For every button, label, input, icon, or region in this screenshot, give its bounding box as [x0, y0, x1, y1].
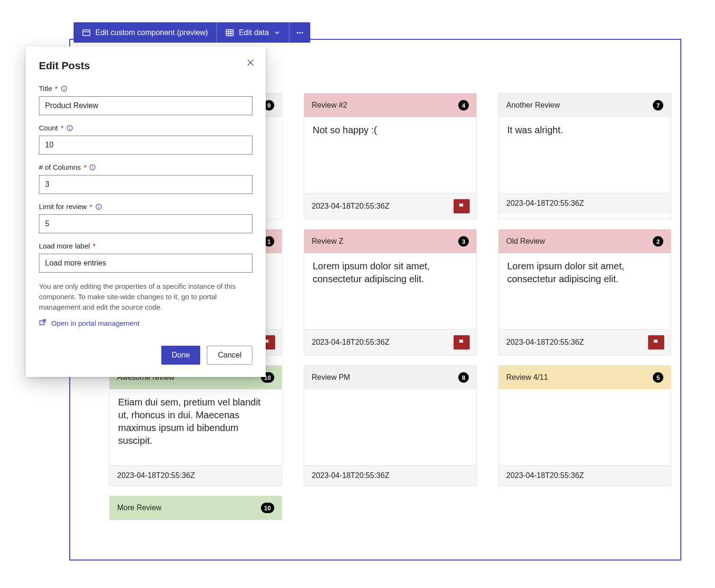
svg-point-8: [299, 32, 300, 33]
svg-point-23: [98, 205, 99, 206]
table-icon: [225, 28, 234, 37]
review-card: Review 4/1152023-04-18T20:55:36Z: [498, 365, 671, 486]
review-card: Awesome review10Etiam dui sem, pretium v…: [109, 365, 282, 486]
card-title: Review PM: [312, 373, 350, 382]
panel-actions: Done Cancel: [39, 346, 252, 365]
card-footer: 2023-04-18T20:55:36Z: [499, 329, 671, 355]
card-date: 2023-04-18T20:55:36Z: [312, 471, 390, 480]
svg-point-14: [64, 87, 65, 88]
info-icon[interactable]: [66, 125, 73, 131]
label-text: # of Columns: [39, 163, 81, 171]
open-portal-management-link[interactable]: Open in portal management: [39, 319, 252, 328]
review-card: Old Review2Lorem ipsum dolor sit amet, c…: [498, 229, 671, 356]
card-body: Not so happy :(: [304, 117, 476, 193]
required-asterisk: *: [55, 84, 58, 92]
field-count: Count *: [39, 124, 252, 155]
close-icon: [246, 61, 255, 69]
edit-data-button[interactable]: Edit data: [217, 22, 288, 43]
label-text: Limit for review: [39, 202, 87, 211]
field-label: Load more label *: [39, 242, 252, 250]
card-badge: 5: [653, 372, 663, 383]
card-date: 2023-04-18T20:55:36Z: [312, 202, 390, 211]
panel-close-button[interactable]: [246, 58, 255, 69]
flag-icon[interactable]: [454, 199, 470, 213]
open-external-icon: [39, 319, 46, 328]
card-date: 2023-04-18T20:55:36Z: [506, 471, 584, 480]
required-asterisk: *: [84, 163, 86, 171]
card-badge: 2: [653, 236, 663, 247]
card-badge: 8: [458, 372, 469, 383]
svg-point-20: [92, 165, 93, 166]
svg-rect-0: [83, 30, 90, 36]
label-text: Title: [39, 84, 52, 92]
card-title: Review 4/11: [506, 373, 548, 382]
card-header: Another Review7: [499, 93, 671, 117]
info-icon[interactable]: [89, 164, 96, 171]
edit-component-label: Edit custom component (preview): [95, 28, 208, 37]
card-footer: 2023-04-18T20:55:36Z: [110, 465, 282, 486]
svg-rect-2: [226, 29, 233, 36]
panel-heading: Edit Posts: [39, 60, 252, 72]
card-body: [499, 389, 671, 465]
card-header: Review 4/115: [499, 366, 671, 389]
label-text: Count: [39, 124, 58, 132]
field-title: Title *: [39, 84, 252, 115]
card-badge: 10: [261, 503, 274, 513]
required-asterisk: *: [61, 124, 64, 132]
field-label: Count *: [39, 124, 252, 132]
label-text: Load more label: [39, 242, 90, 250]
card-date: 2023-04-18T20:55:36Z: [117, 471, 195, 480]
card-body: Lorem ipsum dolor sit amet, consectetur …: [499, 253, 671, 329]
cancel-button[interactable]: Cancel: [207, 346, 252, 365]
card-header: Old Review2: [499, 230, 671, 253]
review-card: Review Z3Lorem ipsum dolor sit amet, con…: [304, 229, 477, 356]
info-icon[interactable]: [95, 203, 102, 210]
review-card: Review PM82023-04-18T20:55:36Z: [304, 365, 477, 486]
card-title: More Review: [117, 504, 161, 512]
flag-icon[interactable]: [454, 335, 470, 349]
svg-rect-24: [40, 321, 44, 325]
flag-icon[interactable]: [648, 335, 664, 349]
field-label: # of Columns *: [39, 163, 252, 171]
title-input[interactable]: [39, 96, 252, 115]
columns-input[interactable]: [39, 175, 252, 194]
panel-hint-text: You are only editing the properties of a…: [39, 281, 252, 312]
card-date: 2023-04-18T20:55:36Z: [312, 338, 390, 347]
component-toolbar: Edit custom component (preview) Edit dat…: [74, 22, 310, 43]
loadmore-input[interactable]: [39, 254, 252, 273]
card-footer: 2023-04-18T20:55:36Z: [499, 193, 671, 213]
ellipsis-icon: [296, 28, 304, 37]
svg-point-9: [301, 32, 303, 33]
edit-data-label: Edit data: [239, 28, 269, 37]
field-label: Title *: [39, 84, 252, 92]
card-footer: 2023-04-18T20:55:36Z: [304, 193, 476, 219]
review-card: Review #24Not so happy :(2023-04-18T20:5…: [304, 93, 477, 220]
info-icon[interactable]: [61, 85, 67, 92]
count-input[interactable]: [39, 136, 252, 155]
chevron-down-icon: [274, 29, 280, 36]
card-body: [304, 389, 476, 465]
card-footer: 2023-04-18T20:55:36Z: [499, 465, 671, 486]
card-badge: 7: [653, 100, 663, 110]
toolbar-more-button[interactable]: [289, 22, 310, 43]
required-asterisk: *: [90, 202, 93, 211]
field-loadmore: Load more label *: [39, 242, 252, 273]
card-footer: 2023-04-18T20:55:36Z: [304, 329, 476, 355]
done-button[interactable]: Done: [161, 346, 200, 365]
card-body: It was alright.: [499, 117, 671, 193]
field-limit: Limit for review *: [39, 202, 252, 233]
card-badge: 4: [458, 100, 469, 110]
open-portal-management-label: Open in portal management: [51, 319, 139, 327]
edit-component-button[interactable]: Edit custom component (preview): [74, 22, 216, 43]
limit-input[interactable]: [39, 214, 252, 233]
card-badge: 3: [458, 236, 469, 247]
card-title: Review #2: [312, 101, 347, 110]
svg-point-7: [297, 32, 298, 33]
card-header: Review PM8: [304, 366, 476, 389]
card-title: Old Review: [506, 237, 545, 246]
field-label: Limit for review *: [39, 202, 252, 211]
svg-point-17: [69, 126, 70, 127]
component-icon: [82, 28, 91, 37]
review-card: More Review10: [109, 496, 282, 520]
card-title: Review Z: [312, 237, 344, 246]
